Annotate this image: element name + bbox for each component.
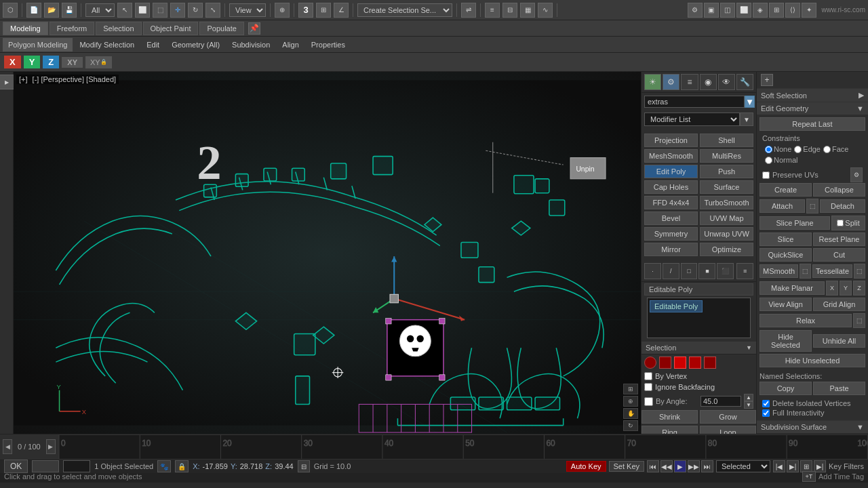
layer-icon[interactable]: ▦	[520, 3, 535, 18]
msmooth-btn[interactable]: MSmooth	[760, 264, 798, 278]
vertex-sel-icon[interactable]	[644, 357, 656, 369]
copy-btn[interactable]: Copy	[760, 382, 812, 395]
vp-zoom-extents-icon[interactable]: ⊞	[623, 384, 638, 394]
make-planar-z[interactable]: Z	[853, 281, 865, 296]
tab-populate[interactable]: Populate	[199, 22, 243, 35]
reset-plane-btn[interactable]: Reset Plane	[813, 232, 865, 246]
axis-xy2-btn[interactable]: XY 🔒	[85, 56, 112, 68]
soft-selection-header[interactable]: Soft Selection ▶	[757, 89, 868, 102]
uvw-map-btn[interactable]: UVW Map	[700, 211, 753, 225]
meshsmooth-btn[interactable]: MeshSmooth	[644, 149, 698, 163]
viewport[interactable]: X Y 2	[14, 72, 641, 434]
tessellate-btn[interactable]: Tessellate	[812, 264, 852, 278]
auto-key-btn[interactable]: Auto Key	[566, 461, 606, 472]
modifier-list-expand[interactable]: ▼	[740, 113, 753, 126]
vertex-icon[interactable]: ·	[644, 263, 661, 279]
relax-sq[interactable]: ⬚	[853, 313, 865, 328]
by-angle-input[interactable]	[701, 396, 741, 407]
mirror-btn[interactable]: Mirror	[644, 243, 698, 256]
vp-orbit-icon[interactable]: ↻	[623, 420, 638, 431]
rotate-icon[interactable]: ↻	[188, 3, 203, 18]
edge-sel-icon[interactable]	[659, 357, 671, 369]
hide-unselected-btn[interactable]: Hide Unselected	[760, 354, 865, 367]
toolbar-logo[interactable]: ⬡	[3, 3, 18, 18]
optimize-btn[interactable]: Optimize	[700, 243, 753, 256]
tessellate-sq[interactable]: ⬚	[854, 264, 865, 279]
menu-pin[interactable]: 📌	[248, 22, 260, 35]
play2-btn[interactable]: ▶|	[787, 460, 799, 472]
slice-btn[interactable]: Slice	[760, 232, 812, 246]
tab-freeform[interactable]: Freeform	[50, 22, 95, 35]
align2-icon[interactable]: ⊟	[502, 3, 517, 18]
tl-right-arrow[interactable]: ▶	[46, 439, 56, 454]
grow-btn[interactable]: Grow	[700, 410, 756, 424]
move-icon[interactable]: ✛	[170, 3, 185, 18]
create-btn[interactable]: Create	[760, 183, 812, 197]
lock-icon[interactable]: 🔒	[175, 460, 189, 472]
edge-icon[interactable]: /	[663, 263, 679, 279]
snap-icon[interactable]: ⊞	[316, 3, 331, 18]
vp-zoom-icon[interactable]: ⊕	[623, 396, 638, 407]
face-sel-icon[interactable]	[674, 357, 686, 369]
slice-plane-btn[interactable]: Slice Plane	[760, 216, 830, 230]
prev-key-btn[interactable]: ⏮	[647, 460, 659, 472]
quickslice-btn[interactable]: QuickSlice	[760, 248, 812, 262]
panel-icon-display[interactable]: 👁	[718, 74, 735, 90]
tl-left-arrow[interactable]: ◀	[3, 439, 12, 454]
modifier-list-select[interactable]: Modifier List	[644, 113, 740, 126]
full-interactivity-checkbox[interactable]	[762, 409, 770, 417]
push-btn[interactable]: Push	[700, 165, 753, 178]
make-planar-btn[interactable]: Make Planar	[760, 281, 825, 295]
attach-btn[interactable]: Attach	[760, 199, 805, 213]
scale-icon[interactable]: ⤡	[205, 3, 220, 18]
stack-icon[interactable]: ≡	[736, 263, 753, 279]
add-btn[interactable]: +	[761, 74, 773, 86]
play-btn[interactable]: ▶	[674, 460, 686, 472]
surface-btn[interactable]: Surface	[700, 180, 753, 194]
ignore-backfacing-checkbox[interactable]	[644, 383, 652, 391]
by-vertex-checkbox[interactable]	[644, 372, 652, 380]
selected-dropdown[interactable]: Selected	[716, 460, 770, 472]
script-icon[interactable]: ⟨⟩	[785, 3, 800, 18]
attach-sq-btn[interactable]: ⬚	[806, 199, 818, 214]
shrink-btn[interactable]: Shrink	[642, 410, 698, 424]
curve-icon[interactable]: ∿	[538, 3, 553, 18]
edit-poly-btn[interactable]: Edit Poly	[644, 165, 698, 178]
face-icon[interactable]: ■	[698, 263, 715, 279]
submenu-subdivision[interactable]: Subdivision	[226, 38, 275, 52]
panel-icon-motion[interactable]: ◉	[700, 74, 717, 90]
normal-radio[interactable]	[765, 157, 772, 164]
submenu-modify-selection[interactable]: Modify Selection	[74, 38, 140, 52]
lock2-icon[interactable]: ⊟	[298, 460, 310, 472]
tab-selection[interactable]: Selection	[96, 22, 141, 35]
axis-y-btn[interactable]: Y	[24, 56, 41, 68]
multires-btn[interactable]: MultiRes	[700, 149, 753, 163]
submenu-geometry-all[interactable]: Geometry (All)	[166, 38, 225, 52]
mirror-icon[interactable]: ⇌	[461, 3, 476, 18]
projection-btn[interactable]: Projection	[644, 134, 698, 147]
by-angle-up[interactable]: ▲	[744, 394, 753, 401]
save-icon[interactable]: 💾	[62, 3, 77, 18]
make-planar-x[interactable]: X	[826, 281, 838, 296]
submenu-properties[interactable]: Properties	[306, 38, 351, 52]
by-angle-checkbox[interactable]	[644, 397, 653, 406]
select-icon[interactable]: ↖	[117, 3, 132, 18]
ok-button[interactable]: OK	[4, 460, 28, 473]
preserve-uvs-checkbox[interactable]	[762, 171, 770, 179]
axis-xy-btn[interactable]: XY	[62, 57, 83, 68]
by-angle-down[interactable]: ▼	[744, 401, 753, 409]
grid-align-btn[interactable]: Grid Align	[813, 298, 865, 311]
puppet-icon[interactable]: 🐾	[157, 460, 171, 472]
panel-icon-hierarchy[interactable]: ≡	[681, 74, 698, 90]
color-swatch[interactable]	[32, 460, 59, 472]
split-check[interactable]	[837, 220, 844, 226]
msmooth-sq[interactable]: ⬚	[800, 264, 811, 279]
face-radio[interactable]	[823, 146, 831, 153]
tab-object-paint[interactable]: Object Paint	[143, 22, 199, 35]
cut-btn[interactable]: Cut	[813, 248, 865, 262]
element-sel-icon[interactable]	[704, 357, 716, 369]
make-planar-y[interactable]: Y	[840, 281, 852, 296]
submenu-polygon-modeling[interactable]: Polygon Modeling	[3, 38, 73, 52]
symmetry-btn[interactable]: Symmetry	[644, 227, 698, 241]
border-sel-icon[interactable]	[689, 357, 701, 369]
